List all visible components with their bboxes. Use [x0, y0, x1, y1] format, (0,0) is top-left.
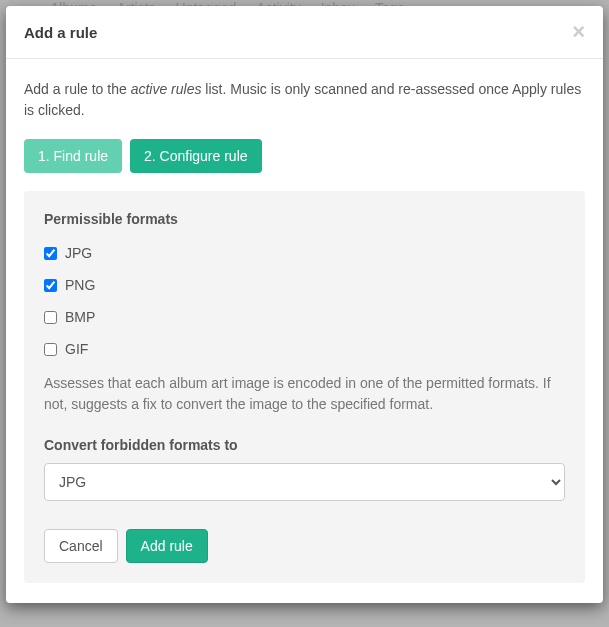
intro-em: active rules [131, 81, 202, 97]
format-item-bmp: BMP [44, 309, 565, 325]
intro-prefix: Add a rule to the [24, 81, 131, 97]
wizard-steps: 1. Find rule 2. Configure rule [24, 139, 585, 173]
format-checkbox-png[interactable] [44, 279, 57, 292]
convert-format-select[interactable]: JPG [44, 463, 565, 501]
format-item-png: PNG [44, 277, 565, 293]
format-label: PNG [65, 277, 95, 293]
format-checkbox-jpg[interactable] [44, 247, 57, 260]
step-configure-rule[interactable]: 2. Configure rule [130, 139, 262, 173]
step-find-rule[interactable]: 1. Find rule [24, 139, 122, 173]
format-checkbox-gif[interactable] [44, 343, 57, 356]
modal-overlay: Add a rule × Add a rule to the active ru… [0, 0, 609, 627]
format-label: BMP [65, 309, 95, 325]
intro-text: Add a rule to the active rules list. Mus… [24, 79, 585, 121]
format-list: JPG PNG BMP GIF [44, 245, 565, 357]
action-row: Cancel Add rule [44, 529, 565, 563]
format-label: GIF [65, 341, 88, 357]
modal-title: Add a rule [24, 24, 97, 41]
close-button[interactable]: × [572, 21, 585, 43]
convert-label: Convert forbidden formats to [44, 437, 565, 453]
format-checkbox-bmp[interactable] [44, 311, 57, 324]
modal-header: Add a rule × [6, 6, 603, 59]
format-item-gif: GIF [44, 341, 565, 357]
close-icon: × [572, 19, 585, 44]
add-rule-button[interactable]: Add rule [126, 529, 208, 563]
modal-body: Add a rule to the active rules list. Mus… [6, 59, 603, 603]
cancel-button[interactable]: Cancel [44, 529, 118, 563]
configure-panel: Permissible formats JPG PNG BMP [24, 191, 585, 583]
permissible-formats-heading: Permissible formats [44, 211, 565, 227]
format-item-jpg: JPG [44, 245, 565, 261]
format-label: JPG [65, 245, 92, 261]
add-rule-modal: Add a rule × Add a rule to the active ru… [6, 6, 603, 603]
rule-description: Assesses that each album art image is en… [44, 373, 565, 415]
